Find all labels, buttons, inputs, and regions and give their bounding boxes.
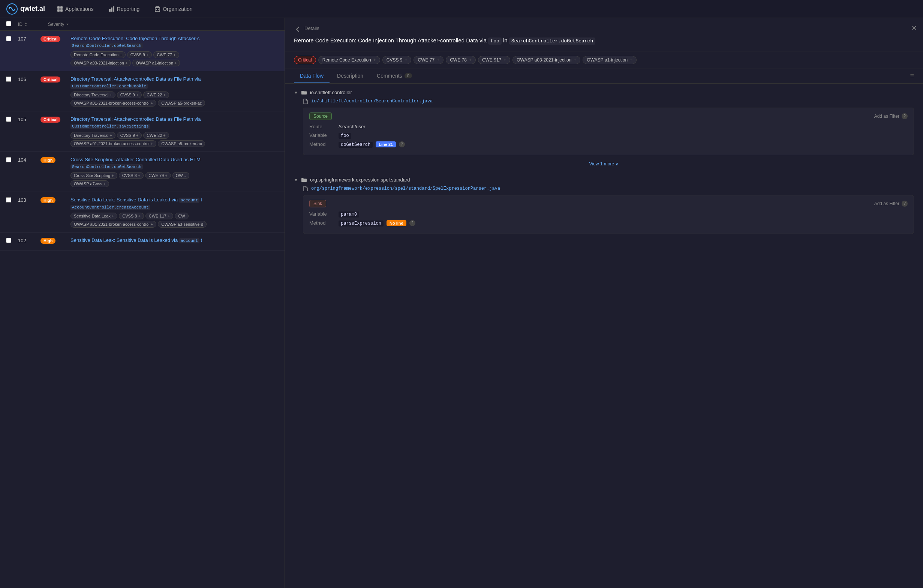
row-id: 103 xyxy=(18,197,41,203)
row-checkbox[interactable] xyxy=(6,237,18,244)
folder-row-2[interactable]: ▼ org.springframework.expression.spel.st… xyxy=(294,177,914,183)
nav-reporting[interactable]: Reporting xyxy=(106,5,143,13)
vuln-tags: Directory Traversal + CVSS 9 + CWE 22 + xyxy=(71,132,279,139)
severity-badge: High xyxy=(41,157,56,163)
row-id: 102 xyxy=(18,237,41,243)
logo-text: qwiet.ai xyxy=(20,5,45,13)
vuln-tags-row2: OWASP a03-2021-injection + OWASP a1-inje… xyxy=(71,60,279,66)
add-filter-button-1[interactable]: Add as Filter ? xyxy=(874,113,908,119)
help-icon-2[interactable]: ? xyxy=(902,200,908,207)
method-row: Method doGetSearch Line 21 ? xyxy=(309,141,908,147)
file-name-1: io/shiftleft/controller/SearchController… xyxy=(311,99,433,104)
nav-applications[interactable]: Applications xyxy=(54,5,97,13)
bar-chart-icon xyxy=(109,6,115,12)
vuln-title: Directory Traversal: Attacker-controlled… xyxy=(71,116,279,130)
row-checkbox[interactable] xyxy=(6,116,18,123)
table-row[interactable]: 102 High Sensitive Data Leak: Sensitive … xyxy=(0,233,284,251)
vuln-title: Cross-Site Scripting: Attacker-Controlle… xyxy=(71,156,279,170)
variable-row-sink: Variable param0 xyxy=(309,211,908,217)
route-label: Route xyxy=(309,124,335,130)
tag: CWE 77 + xyxy=(153,51,179,58)
variable-label: Variable xyxy=(309,132,335,138)
tab-comments[interactable]: Comments 0 xyxy=(371,69,418,83)
tag: CVSS 8 + xyxy=(119,172,144,179)
row-severity: Critical xyxy=(41,76,71,82)
svg-rect-11 xyxy=(158,9,159,10)
svg-rect-12 xyxy=(156,7,159,8)
method-label: Method xyxy=(309,141,335,147)
header-severity-col[interactable]: Severity xyxy=(48,22,93,27)
row-checkbox[interactable] xyxy=(6,156,18,164)
vuln-tags-row2: OWASP a01-2021-broken-access-control + O… xyxy=(71,140,279,147)
dataflow-section-2: ▼ org.springframework.expression.spel.st… xyxy=(294,177,914,234)
svg-rect-7 xyxy=(111,8,112,11)
row-content: Remote Code Execution: Code Injection Th… xyxy=(71,35,279,66)
row-content: Sensitive Data Leak: Sensitive Data is L… xyxy=(71,237,279,246)
vuln-title: Directory Traversal: Attacker-controlled… xyxy=(71,76,279,90)
add-filter-label: Add as Filter xyxy=(874,113,899,119)
detail-header: ✕ Details Remote Code Execution: Code In… xyxy=(285,18,923,51)
logo[interactable]: qwiet.ai xyxy=(6,3,45,15)
tag: CVSS 9 + xyxy=(117,132,142,139)
detail-tabs: Data Flow Description Comments 0 ≡ xyxy=(285,69,923,84)
comments-count: 0 xyxy=(404,73,412,78)
detail-tag: OWASP a1-injection + xyxy=(583,56,637,64)
severity-badge: Critical xyxy=(41,117,60,123)
tab-data-flow[interactable]: Data Flow xyxy=(294,69,330,83)
row-checkbox[interactable] xyxy=(6,197,18,204)
svg-rect-2 xyxy=(57,7,60,9)
row-severity: High xyxy=(41,156,71,163)
row-checkbox[interactable] xyxy=(6,35,18,43)
method-label-sink: Method xyxy=(309,220,335,226)
row-id: 107 xyxy=(18,35,41,42)
method-value: doGetSearch xyxy=(338,141,373,147)
no-line-help-icon[interactable]: ? xyxy=(409,220,416,226)
vuln-tags: Sensitive Data Leak + CVSS 8 + CWE 117 +… xyxy=(71,213,279,219)
row-severity: Critical xyxy=(41,35,71,42)
tag: CWE 22 + xyxy=(143,92,169,98)
vuln-code: SearchController.doGetSearch xyxy=(71,43,143,48)
select-all-checkbox[interactable] xyxy=(6,21,11,26)
view-more-button[interactable]: View 1 more ∨ xyxy=(294,158,914,169)
add-filter-button-2[interactable]: Add as Filter ? xyxy=(874,200,908,207)
help-icon[interactable]: ? xyxy=(902,113,908,119)
table-row[interactable]: 103 High Sensitive Data Leak: Sensitive … xyxy=(0,192,284,233)
vuln-code: CustomerController.saveSettings xyxy=(71,124,150,129)
tag: Directory Traversal + xyxy=(71,92,115,98)
method-row-sink: Method parseExpression No line ? xyxy=(309,220,908,226)
card-type-sink: Sink xyxy=(309,200,326,207)
close-button[interactable]: ✕ xyxy=(912,24,917,32)
building-icon xyxy=(154,6,161,12)
header-id-col[interactable]: ID xyxy=(18,22,48,27)
tag: CWE 22 + xyxy=(143,132,169,139)
line-help-icon[interactable]: ? xyxy=(399,141,405,147)
vuln-code: CustomerController.checkCookie xyxy=(71,84,148,89)
folder-name-1: io.shiftleft.controller xyxy=(310,90,352,95)
row-id: 104 xyxy=(18,156,41,163)
detail-title-row: Details xyxy=(294,26,914,34)
route-row: Route /search/user xyxy=(309,124,908,130)
detail-panel: ✕ Details Remote Code Execution: Code In… xyxy=(285,18,923,588)
row-checkbox[interactable] xyxy=(6,76,18,83)
tag: CVSS 8 + xyxy=(119,213,144,219)
details-label: Details xyxy=(304,26,319,31)
table-row[interactable]: 106 Critical Directory Traversal: Attack… xyxy=(0,71,284,112)
tab-description[interactable]: Description xyxy=(331,69,369,83)
line-badge: Line 21 xyxy=(376,141,396,147)
dataflow-content: ▼ io.shiftleft.controller io/shiftleft/c… xyxy=(285,84,923,248)
table-row[interactable]: 104 High Cross-Site Scripting: Attacker-… xyxy=(0,152,284,192)
vulnerabilities-table: ID Severity 107 Critical xyxy=(0,18,285,588)
nav-organization[interactable]: Organization xyxy=(151,5,195,13)
filter-chevron-icon xyxy=(66,23,69,26)
row-content: Sensitive Data Leak: Sensitive Data is L… xyxy=(71,197,279,228)
logo-icon xyxy=(6,3,18,15)
tag: OWASP a5-broken-ac xyxy=(158,140,205,147)
folder-row-1[interactable]: ▼ io.shiftleft.controller xyxy=(294,90,914,95)
card-header: Sink Add as Filter ? xyxy=(309,200,908,207)
tab-menu-icon[interactable]: ≡ xyxy=(910,72,914,80)
back-button[interactable] xyxy=(294,26,301,34)
variable-value: foo xyxy=(338,132,351,138)
tab-data-flow-label: Data Flow xyxy=(300,73,324,79)
table-row[interactable]: 105 Critical Directory Traversal: Attack… xyxy=(0,112,284,152)
table-row[interactable]: 107 Critical Remote Code Execution: Code… xyxy=(0,31,284,71)
